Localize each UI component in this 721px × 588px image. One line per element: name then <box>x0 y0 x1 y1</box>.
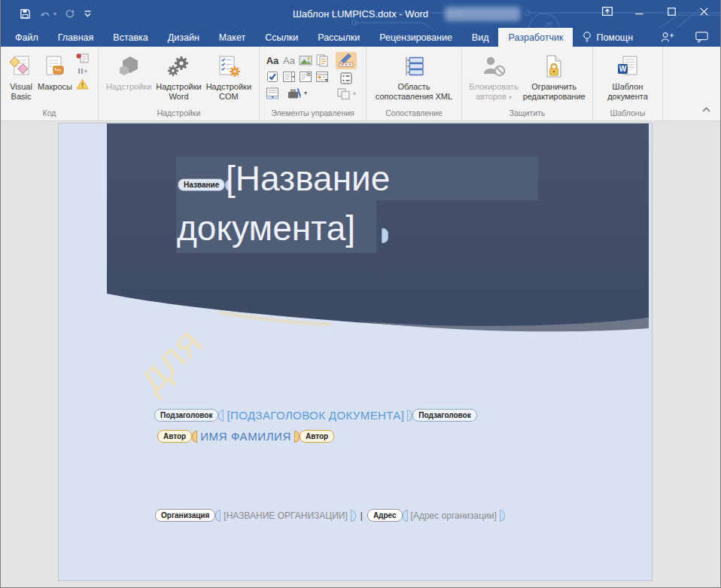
document-title-line1[interactable]: [Название <box>226 158 390 199</box>
block-authors-button[interactable]: Блокировать авторов ▾ <box>467 49 520 103</box>
repeating-section-control-button[interactable] <box>266 87 279 100</box>
content-control-close-cap <box>500 510 505 522</box>
svg-text:W: W <box>619 65 627 73</box>
account-name-blurred <box>445 7 520 21</box>
tab-home[interactable]: Главная <box>48 28 104 47</box>
tab-insert[interactable]: Вставка <box>103 28 157 47</box>
content-control-tag-label[interactable]: Название <box>178 178 225 191</box>
undo-button[interactable]: ▾ <box>39 9 56 20</box>
record-macro-button[interactable] <box>76 53 89 64</box>
plain-text-control-button[interactable]: Aa <box>283 55 295 66</box>
lightbulb-icon <box>583 32 592 43</box>
restrict-editing-button[interactable]: Ограничить редактирование <box>521 49 588 103</box>
block-authors-icon <box>481 55 507 78</box>
tab-help[interactable]: Помощн <box>573 28 643 47</box>
document-template-label-2: документа <box>607 92 648 102</box>
maximize-button[interactable] <box>656 0 688 23</box>
comment-icon[interactable] <box>695 32 708 43</box>
date-picker-control-button[interactable] <box>315 70 329 84</box>
author-placeholder-text[interactable]: ИМЯ ФАМИЛИЯ <box>200 430 291 443</box>
addins-button[interactable]: Надстройки <box>104 49 154 93</box>
design-mode-icon <box>338 53 354 68</box>
xml-mapping-pane-button[interactable]: Область сопоставления XML <box>373 49 455 103</box>
repeating-section-control-icon <box>266 87 279 100</box>
tab-file[interactable]: Файл <box>5 28 48 47</box>
content-control-close-cap <box>407 410 412 422</box>
com-addins-label-1: Надстройки <box>206 82 251 92</box>
content-control-tag-label[interactable]: Автор <box>157 430 192 443</box>
group-label-protect: Защитить <box>462 108 592 120</box>
ribbon-group-protect: Блокировать авторов ▾ Ограничить <box>462 47 593 120</box>
word-addins-button[interactable]: Надстройки Word <box>154 49 203 103</box>
document-template-button[interactable]: W Шаблон документа <box>605 49 650 103</box>
xml-mapping-icon <box>401 54 427 78</box>
qat-customize-icon <box>84 10 91 18</box>
design-mode-button[interactable] <box>336 52 357 69</box>
group-label-addins: Надстройки <box>99 108 259 120</box>
dropdown-arrow-icon: ▾ <box>53 11 56 17</box>
redo-icon <box>65 8 76 20</box>
tab-view[interactable]: Вид <box>462 28 499 47</box>
collapse-ribbon-button[interactable] <box>702 102 710 115</box>
document-title-line2[interactable]: документа] <box>177 208 355 248</box>
title-content-control-tag[interactable]: Название <box>178 178 231 191</box>
address-placeholder-text[interactable]: [Адрес организации] <box>411 510 497 521</box>
document-page[interactable]: Название [Название документа] для Подзаг… <box>58 123 653 581</box>
tab-layout[interactable]: Макет <box>209 28 255 47</box>
visual-basic-button[interactable]: Visual Basic <box>7 49 35 103</box>
block-authors-label-1: Блокировать <box>469 82 518 92</box>
ribbon-group-code: Visual Basic Макросы <box>1 47 99 120</box>
rich-text-control-button[interactable]: Aa <box>266 55 279 66</box>
restrict-editing-label-1: Ограничить <box>531 82 576 92</box>
macros-button[interactable]: Макросы <box>35 49 75 93</box>
share-icon[interactable] <box>661 32 674 43</box>
com-addins-label-2: COM <box>219 92 239 102</box>
word-addins-label-2: Word <box>169 92 188 102</box>
ribbon-display-options-button[interactable] <box>591 0 623 23</box>
tab-mailings[interactable]: Рассылки <box>308 28 370 47</box>
control-properties-button[interactable] <box>339 72 353 85</box>
combo-box-control-button[interactable] <box>282 70 296 84</box>
building-blocks-control-button[interactable] <box>315 53 329 67</box>
maximize-icon <box>668 8 676 16</box>
tab-references[interactable]: Ссылки <box>255 28 308 47</box>
close-button[interactable] <box>688 0 720 23</box>
content-control-tag-label[interactable]: Автор <box>300 430 334 443</box>
group-controls-button[interactable]: ▾ <box>336 87 356 100</box>
minimize-button[interactable] <box>623 0 656 23</box>
legacy-tools-button[interactable]: ▾ <box>287 87 307 100</box>
customize-qat-button[interactable] <box>84 10 91 18</box>
legacy-tools-icon <box>287 87 302 100</box>
checkbox-control-button[interactable] <box>266 70 279 84</box>
subtitle-placeholder-text[interactable]: [ПОДЗАГОЛОВОК ДОКУМЕНТА] <box>227 409 404 422</box>
picture-control-button[interactable] <box>299 53 312 67</box>
macro-security-icon <box>76 78 89 90</box>
restrict-editing-icon <box>543 54 565 78</box>
quick-access-toolbar: ▾ <box>1 8 91 20</box>
content-control-tag-label[interactable]: Организация <box>155 509 215 522</box>
block-authors-label-2: авторов ▾ <box>476 92 512 102</box>
save-button[interactable] <box>20 8 31 20</box>
visual-basic-label-1: Visual <box>10 82 32 92</box>
tab-design[interactable]: Дизайн <box>158 28 209 47</box>
controls-grid: Aa Aa <box>264 49 330 102</box>
redo-button[interactable] <box>65 8 76 20</box>
pause-macro-button[interactable] <box>77 67 88 75</box>
com-addins-button[interactable]: Надстройки COM <box>204 49 254 103</box>
content-control-tag-label[interactable]: Подзаголовок <box>154 409 218 422</box>
group-label-templates: Шаблоны <box>593 108 662 120</box>
author-content-control[interactable]: Автор ИМЯ ФАМИЛИЯ Автор <box>157 430 334 443</box>
separator-bar: | <box>360 510 363 521</box>
tab-review[interactable]: Рецензирование <box>370 28 462 47</box>
content-control-tag-label[interactable]: Адрес <box>367 509 403 522</box>
macro-security-button[interactable] <box>76 78 89 90</box>
subtitle-content-control[interactable]: Подзаголовок [ПОДЗАГОЛОВОК ДОКУМЕНТА] По… <box>154 409 477 422</box>
group-label-code: Код <box>1 108 98 120</box>
content-control-tag-label[interactable]: Подзаголовок <box>412 409 476 422</box>
collapse-ribbon-icon <box>702 107 710 112</box>
content-control-open-cap <box>218 410 224 422</box>
dropdown-list-control-button[interactable] <box>299 70 312 84</box>
undo-icon <box>39 9 52 20</box>
tab-developer[interactable]: Разработчик <box>498 28 573 47</box>
organization-placeholder-text[interactable]: [НАЗВАНИЕ ОРГАНИЗАЦИИ] <box>224 510 347 521</box>
